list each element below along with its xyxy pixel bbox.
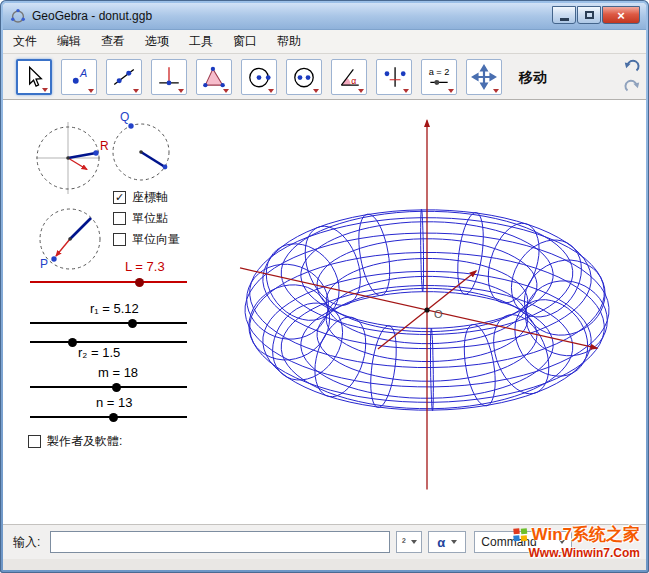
toolbar: A bbox=[3, 54, 646, 100]
tool-line-button[interactable] bbox=[106, 59, 142, 95]
red-vector-3[interactable] bbox=[56, 239, 70, 256]
slider-m-track[interactable] bbox=[30, 386, 187, 388]
chevron-down-icon bbox=[411, 540, 417, 544]
greek-dropdown-button[interactable]: α bbox=[428, 531, 466, 553]
tool-dropdown-arrow[interactable] bbox=[358, 89, 364, 93]
checkbox-box[interactable]: ✓ bbox=[113, 191, 126, 204]
minimize-button[interactable] bbox=[552, 6, 576, 24]
input-field[interactable] bbox=[50, 531, 390, 553]
checkbox-unit-vector[interactable]: 單位向量 bbox=[113, 231, 180, 248]
point-R[interactable] bbox=[93, 150, 98, 155]
menu-item-help[interactable]: 帮助 bbox=[267, 30, 311, 53]
slider-m-label: m = 18 bbox=[98, 365, 138, 380]
slider-r1-track[interactable] bbox=[30, 322, 187, 324]
slider-icon: a = 2 bbox=[426, 64, 452, 90]
tool-dropdown-arrow[interactable] bbox=[448, 89, 454, 93]
vector-tip-point[interactable] bbox=[163, 165, 168, 170]
tool-point-button[interactable]: A bbox=[61, 59, 97, 95]
reflect-icon bbox=[381, 64, 407, 90]
tool-dropdown-arrow[interactable] bbox=[493, 89, 499, 93]
graphics-view[interactable]: R Q P bbox=[3, 100, 646, 524]
slider-r1-label: r₁ = 5.12 bbox=[90, 301, 139, 316]
undo-icon bbox=[623, 58, 641, 76]
circle-center-point bbox=[139, 150, 143, 154]
slider-L-handle[interactable] bbox=[135, 278, 144, 287]
slider-L-track[interactable] bbox=[30, 281, 187, 283]
blue-vector-Q[interactable] bbox=[141, 152, 165, 167]
move-graphics-view-icon bbox=[471, 64, 497, 90]
menu-item-view[interactable]: 查看 bbox=[91, 30, 135, 53]
checkbox-box[interactable] bbox=[113, 233, 126, 246]
command-dropdown[interactable]: Command bbox=[474, 531, 572, 553]
superscript-icon: ² bbox=[402, 536, 406, 548]
slider-r2-track[interactable] bbox=[30, 341, 187, 343]
axes-3d bbox=[240, 121, 597, 490]
checkbox-author-software[interactable]: 製作者及軟體: bbox=[28, 433, 122, 450]
current-mode-label: 移动 bbox=[519, 69, 547, 87]
angle-icon: α bbox=[336, 64, 362, 90]
tool-dropdown-arrow[interactable] bbox=[403, 89, 409, 93]
menu-bar: 文件 编辑 查看 选项 工具 窗口 帮助 bbox=[3, 30, 646, 54]
slider-n-label: n = 13 bbox=[96, 395, 133, 410]
title-bar[interactable]: GeoGebra - donut.ggb × bbox=[3, 3, 646, 30]
menu-item-window[interactable]: 窗口 bbox=[223, 30, 267, 53]
origin-label: O bbox=[434, 308, 443, 320]
slider-r2-handle[interactable] bbox=[68, 338, 77, 347]
checkbox-box[interactable] bbox=[28, 435, 41, 448]
symbol-dropdown-button[interactable]: ² bbox=[396, 531, 422, 553]
line-icon bbox=[111, 64, 137, 90]
point-P[interactable] bbox=[51, 256, 56, 261]
tool-dropdown-arrow[interactable] bbox=[313, 89, 319, 93]
undo-redo-group bbox=[621, 57, 643, 97]
redo-icon bbox=[623, 78, 641, 96]
checkbox-box[interactable] bbox=[113, 212, 126, 225]
checkbox-unit-point[interactable]: 單位點 bbox=[113, 210, 168, 227]
menu-item-edit[interactable]: 编辑 bbox=[47, 30, 91, 53]
tool-perpendicular-line-button[interactable] bbox=[151, 59, 187, 95]
geogebra-app-icon bbox=[10, 8, 26, 24]
input-bar: 输入: ² α Command bbox=[3, 524, 646, 559]
circle-icon bbox=[246, 64, 272, 90]
slider-m-handle[interactable] bbox=[112, 383, 121, 392]
tool-dropdown-arrow[interactable] bbox=[133, 89, 139, 93]
tool-dropdown-arrow[interactable] bbox=[178, 89, 184, 93]
window-title: GeoGebra - donut.ggb bbox=[32, 9, 152, 23]
blue-vector-R[interactable] bbox=[68, 153, 96, 158]
move-cursor-icon bbox=[21, 64, 47, 90]
close-button[interactable]: × bbox=[602, 6, 640, 24]
perpendicular-line-icon bbox=[156, 64, 182, 90]
point-Q[interactable] bbox=[128, 123, 133, 128]
slider-L-label: L = 7.3 bbox=[125, 259, 165, 274]
tool-reflect-button[interactable] bbox=[376, 59, 412, 95]
menu-item-file[interactable]: 文件 bbox=[3, 30, 47, 53]
redo-button[interactable] bbox=[621, 77, 643, 96]
maximize-icon bbox=[585, 11, 594, 19]
tool-dropdown-arrow[interactable] bbox=[42, 88, 48, 92]
tool-move-button[interactable] bbox=[16, 59, 52, 95]
slider-r1-handle[interactable] bbox=[128, 319, 137, 328]
origin-point[interactable] bbox=[424, 307, 429, 312]
polygon-icon bbox=[201, 64, 227, 90]
tool-polygon-button[interactable] bbox=[196, 59, 232, 95]
tool-angle-button[interactable]: α bbox=[331, 59, 367, 95]
tool-circle-button[interactable] bbox=[241, 59, 277, 95]
tool-dropdown-arrow[interactable] bbox=[88, 89, 94, 93]
blue-vector-P[interactable] bbox=[70, 218, 91, 239]
tool-conic-button[interactable] bbox=[286, 59, 322, 95]
window-frame: GeoGebra - donut.ggb × 文件 编辑 查看 选项 工具 窗口… bbox=[0, 0, 649, 573]
tool-dropdown-arrow[interactable] bbox=[268, 89, 274, 93]
circle-two-points-icon bbox=[291, 64, 317, 90]
input-label: 输入: bbox=[13, 534, 40, 551]
maximize-button[interactable] bbox=[577, 6, 601, 24]
slider-n-handle[interactable] bbox=[109, 413, 118, 422]
tool-slider-button[interactable]: a = 2 bbox=[421, 59, 457, 95]
menu-item-tools[interactable]: 工具 bbox=[179, 30, 223, 53]
chevron-down-icon bbox=[559, 540, 565, 544]
undo-button[interactable] bbox=[621, 57, 643, 76]
checkbox-axes[interactable]: ✓ 座標軸 bbox=[113, 189, 168, 206]
red-vector-1[interactable] bbox=[68, 158, 87, 170]
tool-dropdown-arrow[interactable] bbox=[223, 89, 229, 93]
tool-move-view-button[interactable] bbox=[466, 59, 502, 95]
caption-buttons: × bbox=[551, 6, 640, 24]
menu-item-options[interactable]: 选项 bbox=[135, 30, 179, 53]
